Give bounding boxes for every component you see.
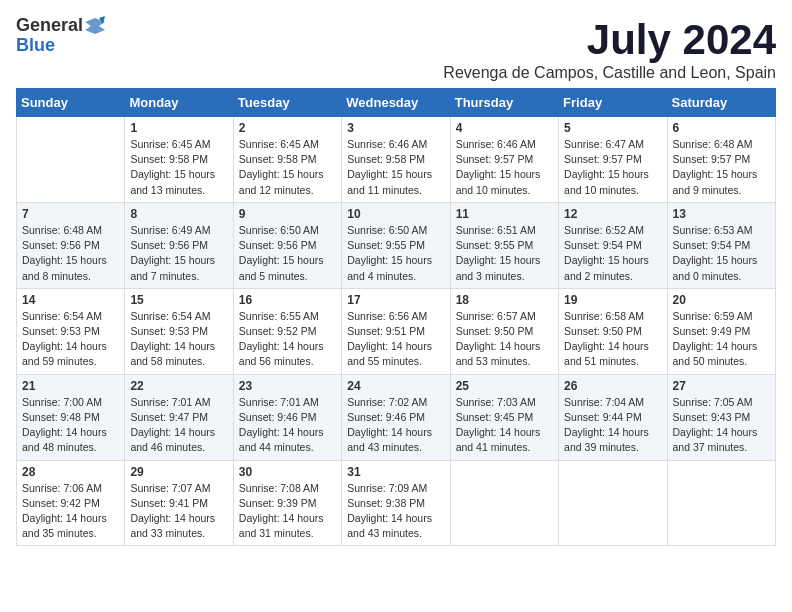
day-number: 22 bbox=[130, 379, 227, 393]
logo-blue: Blue bbox=[16, 36, 55, 56]
calendar-week-row: 14Sunrise: 6:54 AM Sunset: 9:53 PM Dayli… bbox=[17, 288, 776, 374]
day-number: 23 bbox=[239, 379, 336, 393]
calendar-cell: 17Sunrise: 6:56 AM Sunset: 9:51 PM Dayli… bbox=[342, 288, 450, 374]
cell-content: Sunrise: 6:59 AM Sunset: 9:49 PM Dayligh… bbox=[673, 309, 770, 370]
calendar-cell: 13Sunrise: 6:53 AM Sunset: 9:54 PM Dayli… bbox=[667, 202, 775, 288]
logo-general: General bbox=[16, 16, 83, 36]
day-number: 16 bbox=[239, 293, 336, 307]
day-number: 12 bbox=[564, 207, 661, 221]
cell-content: Sunrise: 6:46 AM Sunset: 9:58 PM Dayligh… bbox=[347, 137, 444, 198]
cell-content: Sunrise: 6:47 AM Sunset: 9:57 PM Dayligh… bbox=[564, 137, 661, 198]
calendar-cell: 1Sunrise: 6:45 AM Sunset: 9:58 PM Daylig… bbox=[125, 117, 233, 203]
calendar-cell: 8Sunrise: 6:49 AM Sunset: 9:56 PM Daylig… bbox=[125, 202, 233, 288]
cell-content: Sunrise: 7:00 AM Sunset: 9:48 PM Dayligh… bbox=[22, 395, 119, 456]
day-number: 17 bbox=[347, 293, 444, 307]
cell-content: Sunrise: 6:56 AM Sunset: 9:51 PM Dayligh… bbox=[347, 309, 444, 370]
logo: General Blue bbox=[16, 16, 105, 56]
month-title: July 2024 bbox=[443, 16, 776, 64]
day-number: 5 bbox=[564, 121, 661, 135]
cell-content: Sunrise: 6:57 AM Sunset: 9:50 PM Dayligh… bbox=[456, 309, 553, 370]
day-number: 30 bbox=[239, 465, 336, 479]
day-number: 29 bbox=[130, 465, 227, 479]
cell-content: Sunrise: 7:08 AM Sunset: 9:39 PM Dayligh… bbox=[239, 481, 336, 542]
day-number: 10 bbox=[347, 207, 444, 221]
calendar-cell: 22Sunrise: 7:01 AM Sunset: 9:47 PM Dayli… bbox=[125, 374, 233, 460]
calendar-cell: 25Sunrise: 7:03 AM Sunset: 9:45 PM Dayli… bbox=[450, 374, 558, 460]
calendar-cell: 6Sunrise: 6:48 AM Sunset: 9:57 PM Daylig… bbox=[667, 117, 775, 203]
calendar-cell: 2Sunrise: 6:45 AM Sunset: 9:58 PM Daylig… bbox=[233, 117, 341, 203]
calendar-week-row: 7Sunrise: 6:48 AM Sunset: 9:56 PM Daylig… bbox=[17, 202, 776, 288]
calendar-cell: 14Sunrise: 6:54 AM Sunset: 9:53 PM Dayli… bbox=[17, 288, 125, 374]
cell-content: Sunrise: 7:03 AM Sunset: 9:45 PM Dayligh… bbox=[456, 395, 553, 456]
calendar-cell: 4Sunrise: 6:46 AM Sunset: 9:57 PM Daylig… bbox=[450, 117, 558, 203]
calendar-cell: 31Sunrise: 7:09 AM Sunset: 9:38 PM Dayli… bbox=[342, 460, 450, 546]
cell-content: Sunrise: 6:55 AM Sunset: 9:52 PM Dayligh… bbox=[239, 309, 336, 370]
calendar-cell: 18Sunrise: 6:57 AM Sunset: 9:50 PM Dayli… bbox=[450, 288, 558, 374]
header-friday: Friday bbox=[559, 89, 667, 117]
cell-content: Sunrise: 6:58 AM Sunset: 9:50 PM Dayligh… bbox=[564, 309, 661, 370]
calendar-cell: 7Sunrise: 6:48 AM Sunset: 9:56 PM Daylig… bbox=[17, 202, 125, 288]
day-number: 2 bbox=[239, 121, 336, 135]
calendar-cell: 30Sunrise: 7:08 AM Sunset: 9:39 PM Dayli… bbox=[233, 460, 341, 546]
header: General Blue July 2024 Revenga de Campos… bbox=[16, 16, 776, 82]
header-thursday: Thursday bbox=[450, 89, 558, 117]
calendar-cell: 10Sunrise: 6:50 AM Sunset: 9:55 PM Dayli… bbox=[342, 202, 450, 288]
calendar-cell: 9Sunrise: 6:50 AM Sunset: 9:56 PM Daylig… bbox=[233, 202, 341, 288]
calendar-header-row: SundayMondayTuesdayWednesdayThursdayFrid… bbox=[17, 89, 776, 117]
title-section: July 2024 Revenga de Campos, Castille an… bbox=[443, 16, 776, 82]
day-number: 24 bbox=[347, 379, 444, 393]
calendar-cell bbox=[559, 460, 667, 546]
cell-content: Sunrise: 6:50 AM Sunset: 9:56 PM Dayligh… bbox=[239, 223, 336, 284]
calendar-cell: 5Sunrise: 6:47 AM Sunset: 9:57 PM Daylig… bbox=[559, 117, 667, 203]
cell-content: Sunrise: 6:51 AM Sunset: 9:55 PM Dayligh… bbox=[456, 223, 553, 284]
cell-content: Sunrise: 6:45 AM Sunset: 9:58 PM Dayligh… bbox=[130, 137, 227, 198]
calendar-cell: 29Sunrise: 7:07 AM Sunset: 9:41 PM Dayli… bbox=[125, 460, 233, 546]
calendar-week-row: 1Sunrise: 6:45 AM Sunset: 9:58 PM Daylig… bbox=[17, 117, 776, 203]
day-number: 25 bbox=[456, 379, 553, 393]
day-number: 20 bbox=[673, 293, 770, 307]
day-number: 13 bbox=[673, 207, 770, 221]
cell-content: Sunrise: 6:45 AM Sunset: 9:58 PM Dayligh… bbox=[239, 137, 336, 198]
header-wednesday: Wednesday bbox=[342, 89, 450, 117]
cell-content: Sunrise: 6:54 AM Sunset: 9:53 PM Dayligh… bbox=[22, 309, 119, 370]
calendar-cell: 19Sunrise: 6:58 AM Sunset: 9:50 PM Dayli… bbox=[559, 288, 667, 374]
calendar-cell: 21Sunrise: 7:00 AM Sunset: 9:48 PM Dayli… bbox=[17, 374, 125, 460]
header-sunday: Sunday bbox=[17, 89, 125, 117]
calendar-cell bbox=[17, 117, 125, 203]
cell-content: Sunrise: 6:53 AM Sunset: 9:54 PM Dayligh… bbox=[673, 223, 770, 284]
day-number: 26 bbox=[564, 379, 661, 393]
header-monday: Monday bbox=[125, 89, 233, 117]
cell-content: Sunrise: 7:07 AM Sunset: 9:41 PM Dayligh… bbox=[130, 481, 227, 542]
day-number: 1 bbox=[130, 121, 227, 135]
cell-content: Sunrise: 7:04 AM Sunset: 9:44 PM Dayligh… bbox=[564, 395, 661, 456]
calendar-cell: 12Sunrise: 6:52 AM Sunset: 9:54 PM Dayli… bbox=[559, 202, 667, 288]
day-number: 19 bbox=[564, 293, 661, 307]
calendar-cell: 11Sunrise: 6:51 AM Sunset: 9:55 PM Dayli… bbox=[450, 202, 558, 288]
day-number: 27 bbox=[673, 379, 770, 393]
cell-content: Sunrise: 6:54 AM Sunset: 9:53 PM Dayligh… bbox=[130, 309, 227, 370]
calendar-cell: 20Sunrise: 6:59 AM Sunset: 9:49 PM Dayli… bbox=[667, 288, 775, 374]
calendar-cell: 16Sunrise: 6:55 AM Sunset: 9:52 PM Dayli… bbox=[233, 288, 341, 374]
cell-content: Sunrise: 7:06 AM Sunset: 9:42 PM Dayligh… bbox=[22, 481, 119, 542]
calendar-cell: 26Sunrise: 7:04 AM Sunset: 9:44 PM Dayli… bbox=[559, 374, 667, 460]
logo-bird-icon bbox=[85, 16, 105, 36]
cell-content: Sunrise: 6:49 AM Sunset: 9:56 PM Dayligh… bbox=[130, 223, 227, 284]
cell-content: Sunrise: 7:02 AM Sunset: 9:46 PM Dayligh… bbox=[347, 395, 444, 456]
calendar-week-row: 21Sunrise: 7:00 AM Sunset: 9:48 PM Dayli… bbox=[17, 374, 776, 460]
cell-content: Sunrise: 6:46 AM Sunset: 9:57 PM Dayligh… bbox=[456, 137, 553, 198]
calendar-cell: 23Sunrise: 7:01 AM Sunset: 9:46 PM Dayli… bbox=[233, 374, 341, 460]
header-tuesday: Tuesday bbox=[233, 89, 341, 117]
logo-wordmark: General Blue bbox=[16, 16, 105, 56]
day-number: 28 bbox=[22, 465, 119, 479]
cell-content: Sunrise: 7:01 AM Sunset: 9:46 PM Dayligh… bbox=[239, 395, 336, 456]
cell-content: Sunrise: 7:05 AM Sunset: 9:43 PM Dayligh… bbox=[673, 395, 770, 456]
day-number: 4 bbox=[456, 121, 553, 135]
calendar-table: SundayMondayTuesdayWednesdayThursdayFrid… bbox=[16, 88, 776, 546]
cell-content: Sunrise: 6:52 AM Sunset: 9:54 PM Dayligh… bbox=[564, 223, 661, 284]
calendar-cell bbox=[450, 460, 558, 546]
subtitle: Revenga de Campos, Castille and Leon, Sp… bbox=[443, 64, 776, 82]
day-number: 31 bbox=[347, 465, 444, 479]
calendar-cell bbox=[667, 460, 775, 546]
day-number: 6 bbox=[673, 121, 770, 135]
day-number: 8 bbox=[130, 207, 227, 221]
